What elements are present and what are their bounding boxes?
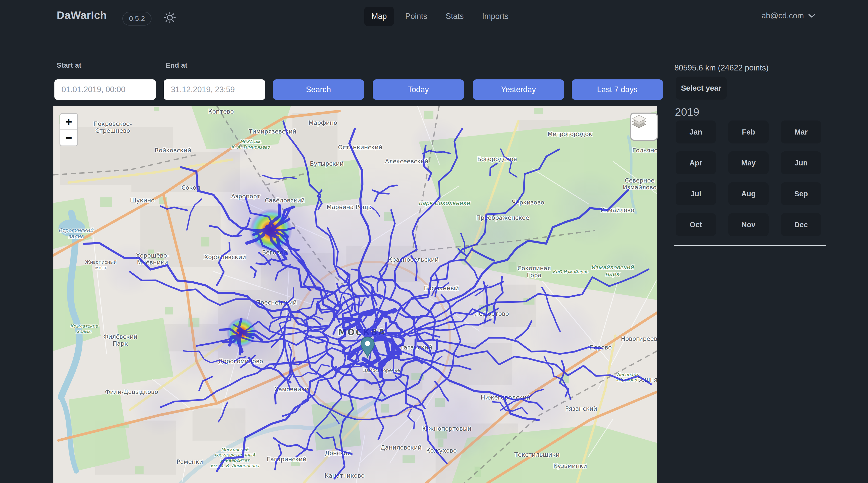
map-label: парк Сокольники: [419, 200, 470, 206]
map-label: Преображенское: [476, 215, 529, 221]
month-sep-button[interactable]: Sep: [781, 182, 821, 205]
tab-stats[interactable]: Stats: [438, 7, 471, 26]
map-label: Гагаринский: [267, 456, 306, 462]
start-date-input[interactable]: [54, 79, 156, 100]
main-nav: Map Points Stats Imports: [364, 7, 516, 26]
sidebar-divider: [674, 245, 826, 246]
year-heading: 2019: [675, 106, 700, 118]
map-label: Покровское-Стрешнево: [93, 121, 132, 134]
map-label: Текстильщики: [514, 451, 560, 458]
yesterday-button[interactable]: Yesterday: [473, 79, 564, 100]
map[interactable]: КоптевоПокровское-СтрешневоТимирязевский…: [53, 106, 657, 483]
month-feb-button[interactable]: Feb: [728, 121, 769, 143]
map-label: Савёловский: [265, 197, 305, 204]
map-label: СеверноеИзмайлово: [623, 177, 656, 191]
end-at-label: End at: [165, 61, 187, 69]
map-label: Войковский: [155, 147, 191, 154]
tab-map[interactable]: Map: [364, 7, 394, 26]
map-label: Кожухово: [426, 447, 457, 454]
map-label: Даниловский: [381, 444, 422, 451]
chevron-down-icon: [808, 13, 816, 19]
month-may-button[interactable]: May: [728, 151, 769, 174]
map-label: КиО Измайлово: [553, 269, 589, 275]
zoom-out-button[interactable]: −: [60, 130, 77, 146]
map-label: Тимирязевский: [249, 128, 296, 135]
month-dec-button[interactable]: Dec: [781, 213, 821, 236]
map-label: Раменки: [177, 458, 203, 465]
month-mar-button[interactable]: Mar: [781, 121, 821, 143]
app-logo[interactable]: DaWarIch: [57, 9, 107, 22]
map-label: Гольяново: [632, 147, 657, 154]
map-label: Щукино: [130, 197, 155, 204]
map-label: Алексеевский: [385, 158, 428, 165]
layers-icon: [631, 114, 647, 129]
map-zoom-control: + −: [60, 113, 78, 146]
month-apr-button[interactable]: Apr: [676, 151, 716, 174]
version-badge: 0.5.2: [122, 12, 152, 26]
month-aug-button[interactable]: Aug: [728, 182, 769, 205]
today-button[interactable]: Today: [373, 79, 464, 100]
map-label: Кузьминки: [553, 462, 587, 469]
map-label: Канатчиково: [324, 472, 365, 479]
map-label: Бутырский: [310, 160, 344, 167]
map-label: Коптево: [208, 108, 234, 115]
dawarich-app: DaWarIch 0.5.2 Map Points Stats Imports …: [0, 0, 868, 483]
search-button[interactable]: Search: [273, 79, 364, 100]
month-jun-button[interactable]: Jun: [781, 151, 821, 174]
month-jan-button[interactable]: Jan: [676, 121, 716, 143]
start-at-label: Start at: [57, 61, 81, 69]
month-grid: Jan Feb Mar Apr May Jun Jul Aug Sep Oct …: [676, 121, 821, 236]
month-jul-button[interactable]: Jul: [676, 182, 716, 205]
sun-icon: [163, 11, 177, 25]
distance-stats: 80595.6 km (24622 points): [674, 63, 769, 72]
account-email: ab@cd.com: [762, 11, 804, 21]
map-label: Южнопортовый: [422, 425, 471, 432]
end-date-input[interactable]: [164, 79, 265, 100]
map-label: Фили-Давыдково: [105, 389, 158, 395]
theme-toggle-button[interactable]: [162, 10, 177, 25]
map-label: Марфино: [309, 120, 337, 126]
map-label: Останкинский: [338, 144, 382, 151]
map-label: Новогиреево: [621, 335, 657, 342]
tab-points[interactable]: Points: [398, 7, 434, 26]
map-label: Метрогородок: [548, 131, 592, 137]
map-label: Марьина Роща: [327, 204, 372, 211]
tab-imports[interactable]: Imports: [475, 7, 516, 26]
last-7-days-button[interactable]: Last 7 days: [572, 79, 663, 100]
zoom-in-button[interactable]: +: [60, 114, 77, 130]
map-layers-control[interactable]: [630, 112, 658, 141]
month-oct-button[interactable]: Oct: [676, 213, 716, 236]
map-canvas: КоптевоПокровское-СтрешневоТимирязевский…: [53, 106, 657, 483]
month-nov-button[interactable]: Nov: [728, 213, 769, 236]
select-year-button[interactable]: Select year: [676, 76, 727, 100]
account-menu[interactable]: ab@cd.com: [762, 11, 816, 21]
map-label: Рязанский: [565, 406, 597, 412]
